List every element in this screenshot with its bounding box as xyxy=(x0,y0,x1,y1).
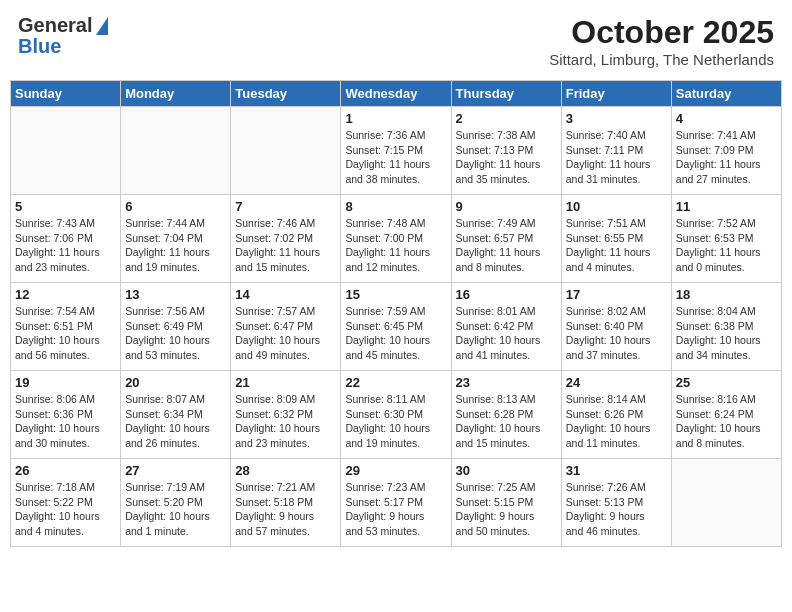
day-info: Sunrise: 8:13 AMSunset: 6:28 PMDaylight:… xyxy=(456,392,557,451)
day-info: Sunrise: 7:25 AMSunset: 5:15 PMDaylight:… xyxy=(456,480,557,539)
calendar-cell xyxy=(121,107,231,195)
day-number: 12 xyxy=(15,287,116,302)
calendar-cell: 15Sunrise: 7:59 AMSunset: 6:45 PMDayligh… xyxy=(341,283,451,371)
calendar-cell: 11Sunrise: 7:52 AMSunset: 6:53 PMDayligh… xyxy=(671,195,781,283)
day-number: 22 xyxy=(345,375,446,390)
page-header: General Blue October 2025 Sittard, Limbu… xyxy=(10,10,782,72)
weekday-header-friday: Friday xyxy=(561,81,671,107)
calendar-cell: 27Sunrise: 7:19 AMSunset: 5:20 PMDayligh… xyxy=(121,459,231,547)
calendar-cell: 7Sunrise: 7:46 AMSunset: 7:02 PMDaylight… xyxy=(231,195,341,283)
day-number: 20 xyxy=(125,375,226,390)
day-number: 30 xyxy=(456,463,557,478)
calendar-table: SundayMondayTuesdayWednesdayThursdayFrid… xyxy=(10,80,782,547)
day-number: 2 xyxy=(456,111,557,126)
month-title: October 2025 xyxy=(549,14,774,51)
calendar-cell xyxy=(231,107,341,195)
day-info: Sunrise: 7:49 AMSunset: 6:57 PMDaylight:… xyxy=(456,216,557,275)
day-number: 29 xyxy=(345,463,446,478)
calendar-cell: 29Sunrise: 7:23 AMSunset: 5:17 PMDayligh… xyxy=(341,459,451,547)
day-number: 17 xyxy=(566,287,667,302)
calendar-cell: 4Sunrise: 7:41 AMSunset: 7:09 PMDaylight… xyxy=(671,107,781,195)
day-info: Sunrise: 7:51 AMSunset: 6:55 PMDaylight:… xyxy=(566,216,667,275)
day-info: Sunrise: 8:04 AMSunset: 6:38 PMDaylight:… xyxy=(676,304,777,363)
day-info: Sunrise: 8:01 AMSunset: 6:42 PMDaylight:… xyxy=(456,304,557,363)
logo-triangle-icon xyxy=(96,17,108,35)
logo-blue: Blue xyxy=(18,35,61,58)
day-info: Sunrise: 7:56 AMSunset: 6:49 PMDaylight:… xyxy=(125,304,226,363)
day-info: Sunrise: 7:23 AMSunset: 5:17 PMDaylight:… xyxy=(345,480,446,539)
calendar-cell xyxy=(671,459,781,547)
day-info: Sunrise: 7:26 AMSunset: 5:13 PMDaylight:… xyxy=(566,480,667,539)
day-info: Sunrise: 8:09 AMSunset: 6:32 PMDaylight:… xyxy=(235,392,336,451)
calendar-cell: 22Sunrise: 8:11 AMSunset: 6:30 PMDayligh… xyxy=(341,371,451,459)
calendar-cell: 10Sunrise: 7:51 AMSunset: 6:55 PMDayligh… xyxy=(561,195,671,283)
calendar-cell xyxy=(11,107,121,195)
calendar-cell: 1Sunrise: 7:36 AMSunset: 7:15 PMDaylight… xyxy=(341,107,451,195)
calendar-cell: 8Sunrise: 7:48 AMSunset: 7:00 PMDaylight… xyxy=(341,195,451,283)
day-info: Sunrise: 7:38 AMSunset: 7:13 PMDaylight:… xyxy=(456,128,557,187)
calendar-cell: 18Sunrise: 8:04 AMSunset: 6:38 PMDayligh… xyxy=(671,283,781,371)
calendar-cell: 19Sunrise: 8:06 AMSunset: 6:36 PMDayligh… xyxy=(11,371,121,459)
day-number: 21 xyxy=(235,375,336,390)
day-info: Sunrise: 7:21 AMSunset: 5:18 PMDaylight:… xyxy=(235,480,336,539)
calendar-cell: 5Sunrise: 7:43 AMSunset: 7:06 PMDaylight… xyxy=(11,195,121,283)
day-number: 8 xyxy=(345,199,446,214)
weekday-header-tuesday: Tuesday xyxy=(231,81,341,107)
day-number: 31 xyxy=(566,463,667,478)
day-number: 6 xyxy=(125,199,226,214)
weekday-header-row: SundayMondayTuesdayWednesdayThursdayFrid… xyxy=(11,81,782,107)
day-number: 9 xyxy=(456,199,557,214)
weekday-header-wednesday: Wednesday xyxy=(341,81,451,107)
calendar-cell: 21Sunrise: 8:09 AMSunset: 6:32 PMDayligh… xyxy=(231,371,341,459)
week-row-4: 19Sunrise: 8:06 AMSunset: 6:36 PMDayligh… xyxy=(11,371,782,459)
calendar-cell: 28Sunrise: 7:21 AMSunset: 5:18 PMDayligh… xyxy=(231,459,341,547)
day-number: 11 xyxy=(676,199,777,214)
day-number: 25 xyxy=(676,375,777,390)
calendar-cell: 26Sunrise: 7:18 AMSunset: 5:22 PMDayligh… xyxy=(11,459,121,547)
week-row-3: 12Sunrise: 7:54 AMSunset: 6:51 PMDayligh… xyxy=(11,283,782,371)
logo-general: General xyxy=(18,14,92,37)
week-row-5: 26Sunrise: 7:18 AMSunset: 5:22 PMDayligh… xyxy=(11,459,782,547)
day-info: Sunrise: 7:46 AMSunset: 7:02 PMDaylight:… xyxy=(235,216,336,275)
weekday-header-thursday: Thursday xyxy=(451,81,561,107)
day-info: Sunrise: 7:52 AMSunset: 6:53 PMDaylight:… xyxy=(676,216,777,275)
day-number: 13 xyxy=(125,287,226,302)
day-info: Sunrise: 7:48 AMSunset: 7:00 PMDaylight:… xyxy=(345,216,446,275)
day-info: Sunrise: 7:40 AMSunset: 7:11 PMDaylight:… xyxy=(566,128,667,187)
day-info: Sunrise: 8:07 AMSunset: 6:34 PMDaylight:… xyxy=(125,392,226,451)
day-number: 5 xyxy=(15,199,116,214)
day-info: Sunrise: 7:41 AMSunset: 7:09 PMDaylight:… xyxy=(676,128,777,187)
calendar-cell: 14Sunrise: 7:57 AMSunset: 6:47 PMDayligh… xyxy=(231,283,341,371)
logo: General Blue xyxy=(18,14,108,58)
weekday-header-sunday: Sunday xyxy=(11,81,121,107)
day-number: 1 xyxy=(345,111,446,126)
day-info: Sunrise: 7:43 AMSunset: 7:06 PMDaylight:… xyxy=(15,216,116,275)
day-info: Sunrise: 7:44 AMSunset: 7:04 PMDaylight:… xyxy=(125,216,226,275)
day-number: 28 xyxy=(235,463,336,478)
day-number: 4 xyxy=(676,111,777,126)
day-number: 24 xyxy=(566,375,667,390)
day-info: Sunrise: 7:57 AMSunset: 6:47 PMDaylight:… xyxy=(235,304,336,363)
day-info: Sunrise: 8:14 AMSunset: 6:26 PMDaylight:… xyxy=(566,392,667,451)
calendar-cell: 6Sunrise: 7:44 AMSunset: 7:04 PMDaylight… xyxy=(121,195,231,283)
calendar-cell: 31Sunrise: 7:26 AMSunset: 5:13 PMDayligh… xyxy=(561,459,671,547)
day-number: 10 xyxy=(566,199,667,214)
calendar-cell: 30Sunrise: 7:25 AMSunset: 5:15 PMDayligh… xyxy=(451,459,561,547)
day-number: 26 xyxy=(15,463,116,478)
day-number: 27 xyxy=(125,463,226,478)
day-number: 16 xyxy=(456,287,557,302)
calendar-cell: 12Sunrise: 7:54 AMSunset: 6:51 PMDayligh… xyxy=(11,283,121,371)
day-info: Sunrise: 8:02 AMSunset: 6:40 PMDaylight:… xyxy=(566,304,667,363)
day-number: 3 xyxy=(566,111,667,126)
day-info: Sunrise: 7:19 AMSunset: 5:20 PMDaylight:… xyxy=(125,480,226,539)
day-info: Sunrise: 7:36 AMSunset: 7:15 PMDaylight:… xyxy=(345,128,446,187)
day-number: 7 xyxy=(235,199,336,214)
day-number: 15 xyxy=(345,287,446,302)
calendar-cell: 20Sunrise: 8:07 AMSunset: 6:34 PMDayligh… xyxy=(121,371,231,459)
day-number: 23 xyxy=(456,375,557,390)
day-number: 19 xyxy=(15,375,116,390)
weekday-header-saturday: Saturday xyxy=(671,81,781,107)
day-info: Sunrise: 7:54 AMSunset: 6:51 PMDaylight:… xyxy=(15,304,116,363)
day-info: Sunrise: 7:59 AMSunset: 6:45 PMDaylight:… xyxy=(345,304,446,363)
week-row-2: 5Sunrise: 7:43 AMSunset: 7:06 PMDaylight… xyxy=(11,195,782,283)
